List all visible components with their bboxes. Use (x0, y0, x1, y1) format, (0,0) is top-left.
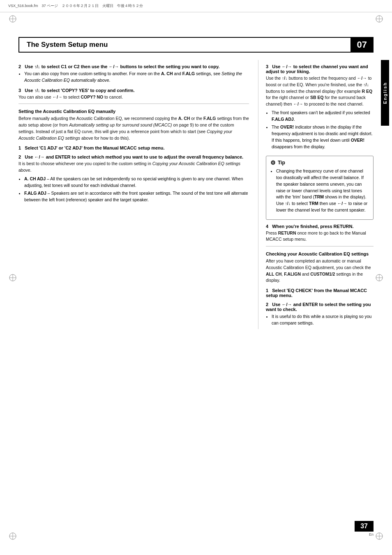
acoustic-heading: Setting the Acoustic Calibration EQ manu… (18, 109, 249, 114)
rc-bullet2: The OVER! indicator shows in the display… (272, 124, 374, 150)
rc-bullet1: The front speakers can't be adjusted if … (272, 110, 374, 123)
rc-bullets: The front speakers can't be adjusted if … (272, 110, 374, 150)
section-header: The System Setup menu 07 (18, 37, 374, 53)
top-header: VSX_516.book.fm 37 ページ ２００６年２月２１日 火曜日 午後… (0, 0, 392, 12)
tip-bullet1: Changing the frequency curve of one chan… (276, 168, 369, 213)
page-number-area: 37 En (355, 521, 374, 537)
manual-step1-heading: 1 Select 'C1 ADJ' or 'C2 ADJ' from the M… (18, 145, 249, 150)
corner-mark-mr (375, 273, 384, 282)
check-step2-bullet: It is useful to do this while a source i… (272, 313, 374, 327)
step3-heading: 3 Use ↑/↓ to select 'COPY? YES' to copy … (18, 88, 249, 93)
ach-adj-item: A. CH ADJ – All the speakers can be set … (24, 176, 249, 189)
section-title: The System Setup menu (18, 37, 350, 53)
tip-icon: ⚙ (270, 159, 276, 166)
corner-mark-tl (8, 14, 17, 23)
falg-adj-item: F.ALG ADJ – Speakers are set in accordan… (24, 190, 249, 203)
right-column: English 3 Use ←/→ to select the channel … (258, 60, 374, 329)
step2-heading: 2 Use ↑/↓ to select C1 or C2 then use th… (18, 64, 249, 69)
corner-mark-br (375, 532, 384, 541)
check-step2-bullets: It is useful to do this while a source i… (272, 313, 374, 327)
page-lang: En (369, 532, 374, 537)
step4-heading: 4 When you're finished, press RETURN. (266, 224, 374, 229)
tip-header: ⚙ Tip (270, 159, 369, 166)
corner-mark-tr (375, 14, 384, 23)
english-sidebar-label: English (381, 60, 389, 126)
rc-divider (266, 246, 374, 246)
page-number: 37 (355, 521, 374, 532)
tip-bullets: Changing the frequency curve of one chan… (276, 168, 369, 213)
checking-body: After you have completed an automatic or… (266, 258, 374, 284)
section-number: 07 (350, 37, 374, 53)
checking-heading: Checking your Acoustic Calibration EQ se… (266, 251, 374, 256)
rc-step3-body: Use the ↑/↓ buttons to select the freque… (266, 75, 374, 108)
step3-body: You can also use ←/→ to select COPY? NO … (18, 94, 249, 101)
method-bullets: A. CH ADJ – All the speakers can be set … (24, 176, 249, 203)
manual-step2-heading: 2 Use ←/→ and ENTER to select which meth… (18, 154, 249, 159)
tip-label: Tip (278, 160, 285, 166)
manual-step2-body: It is best to choose whichever one you c… (18, 161, 249, 174)
step2-bullet1: You can also copy from one custom settin… (24, 71, 249, 84)
header-text: VSX_516.book.fm 37 ページ ２００６年２月２１日 火曜日 午後… (8, 3, 143, 9)
step2-bullets: You can also copy from one custom settin… (24, 71, 249, 84)
tip-box: ⚙ Tip Changing the frequency curve of on… (266, 156, 374, 219)
check-step2-heading: 2 Use ←/→ and ENTER to select the settin… (266, 302, 374, 312)
corner-mark-ml (8, 273, 17, 282)
divider (18, 104, 249, 104)
main-content: 2 Use ↑/↓ to select C1 or C2 then use th… (18, 60, 374, 329)
step4-body: Press RETURN once more to go back to the… (266, 230, 374, 243)
check-step1-heading: 1 Select 'EQ CHECK' from the Manual MCAC… (266, 288, 374, 298)
rc-step3-heading: 3 Use ←/→ to select the channel you want… (266, 64, 374, 74)
left-column: 2 Use ↑/↓ to select C1 or C2 then use th… (18, 60, 258, 329)
acoustic-body: Before manually adjusting the Acoustic C… (18, 115, 249, 141)
corner-mark-bl (8, 532, 17, 541)
page: VSX_516.book.fm 37 ページ ２００６年２月２１日 火曜日 午後… (0, 0, 392, 555)
